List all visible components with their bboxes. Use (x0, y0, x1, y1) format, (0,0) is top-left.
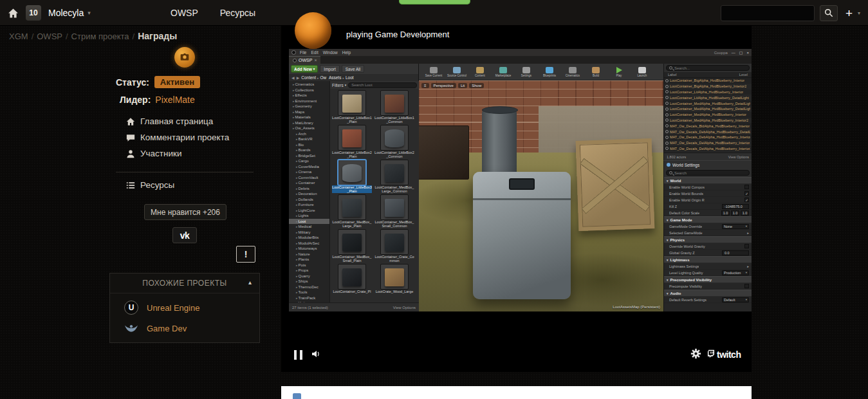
folder-item[interactable]: ▸LightCore (289, 208, 329, 214)
details-search-input[interactable]: Search (666, 170, 750, 176)
sidebar-link-home[interactable]: Главная страница (126, 116, 229, 126)
asset-item[interactable]: LootContainer_MedBox_Small_Plain (331, 229, 373, 263)
viewport-chip[interactable]: Lit (458, 83, 467, 88)
outliner-search-input[interactable]: Search... (666, 65, 750, 71)
editor-menu-item[interactable]: Window (323, 50, 338, 55)
toolbar-market-button[interactable]: Marketplace (492, 67, 514, 77)
world-settings-tab[interactable]: World Settings (664, 161, 752, 169)
folder-item[interactable]: ▸Dollands (289, 197, 329, 203)
add-button[interactable]: + (845, 7, 853, 19)
folder-item[interactable]: ▸Loot (289, 219, 329, 225)
details-section-header[interactable]: ▾Lightmass (664, 256, 752, 263)
volume-button[interactable] (311, 349, 321, 361)
twitch-logo[interactable]: twitch (707, 349, 741, 360)
dropdown[interactable]: Production▾ (722, 270, 749, 275)
folder-item[interactable]: ▸Ow_Assets (289, 125, 329, 131)
folder-item[interactable]: ▸ModularBits (289, 235, 329, 241)
site-logo[interactable]: 10 (26, 5, 41, 21)
dropdown[interactable]: None▾ (722, 224, 749, 229)
folder-item[interactable]: ▸Cargo (289, 158, 329, 164)
folder-item[interactable]: ▸Pots (289, 263, 329, 268)
folder-item[interactable]: ▸Nature (289, 252, 329, 257)
folder-item[interactable]: ▸CommVault (289, 175, 329, 181)
folder-item[interactable]: ▸Materials (289, 115, 329, 120)
folder-item[interactable]: ▸Bio (289, 142, 329, 148)
outliner-row[interactable]: LootContainer_BigAlpha_HvdBlueberry_Inte… (664, 78, 752, 84)
folder-item[interactable]: ▸Boards (289, 147, 329, 153)
asset-item[interactable]: LootContainer_MedBox_Large_Common (374, 160, 415, 193)
folder-item[interactable]: ▸Furniture (289, 202, 329, 208)
toolbar-launch-button[interactable]: Launch (631, 67, 653, 77)
award-icon[interactable] (174, 47, 195, 68)
save-all-button[interactable]: Save All (342, 65, 365, 73)
path-segment[interactable]: Ow_Assets (320, 75, 342, 80)
folder-item[interactable]: ▸Quarry (289, 274, 329, 279)
folder-item[interactable]: ▸Cinema (289, 169, 329, 175)
details-section-header[interactable]: ▾Precomputed Visibility (664, 276, 752, 283)
toolbar-cine-button[interactable]: Cinematics (562, 67, 584, 77)
home-button[interactable] (8, 8, 19, 19)
folder-item[interactable]: ▸TrainPack (289, 295, 329, 301)
cb-search-input[interactable]: Search Loot (348, 82, 417, 88)
editor-tab-owsp[interactable]: OWSP × (289, 56, 320, 64)
asset-item[interactable]: LootContainer_LittleBox1_Plain (331, 90, 373, 124)
editor-menu-item[interactable]: File (300, 50, 306, 55)
outliner-row[interactable]: MAT_Ow_Decals_DebAlpha_HvdBlueberry_Inte… (664, 135, 752, 140)
asset-item[interactable]: LootContainer_Crate_Common (374, 229, 415, 263)
details-section-header[interactable]: ▾Physics (664, 236, 752, 243)
checkbox[interactable] (744, 244, 749, 248)
outliner-row[interactable]: LootContainer_MedAlpha_HvdBlueberry_Inte… (664, 118, 752, 124)
asset-item[interactable]: LootContainer_MedBox_Small_Common (374, 194, 415, 228)
similar-projects-header[interactable]: ПОХОЖИЕ ПРОЕКТЫ ▴ (110, 274, 259, 293)
viewport[interactable]: ≡PerspectiveLitShow LootAssetsMap (Persi… (419, 80, 663, 311)
outliner-view-options[interactable]: View Options (728, 155, 749, 159)
folder-item[interactable]: ▸Cinematics (289, 82, 329, 88)
outliner-row[interactable]: LootContainer_MedAlpha_HvdBlueberry_Deta… (664, 100, 752, 106)
topbar-nav-item[interactable]: Ресурсы (220, 8, 255, 18)
folder-item[interactable]: ▸Arch (289, 131, 329, 137)
toolbar-source-button[interactable]: Source Control (446, 67, 468, 77)
cb-view-options[interactable]: View Options (393, 306, 416, 310)
folder-item[interactable]: ▸Plants (289, 257, 329, 263)
outliner-row[interactable]: MAT_Ow_Decals_DelAlpha_HvdBlueberry_Inte… (664, 146, 752, 152)
topbar-nav-item[interactable]: OWSP (171, 8, 198, 18)
folder-item[interactable]: ▸Container (289, 180, 329, 186)
user-menu[interactable]: Molecyla ▾ (48, 8, 91, 18)
asset-item[interactable]: LootContainer_Crate_Plain (331, 264, 373, 293)
folder-item[interactable]: ▸Tools (289, 290, 329, 295)
asset-item[interactable]: LootContainer_LittleBox1_Common (374, 90, 415, 124)
details-section-header[interactable]: ▾World (664, 177, 752, 184)
sidebar-link-comment[interactable]: Комментарии проекта (126, 133, 229, 142)
folder-item[interactable]: ▸Props (289, 268, 329, 274)
folder-item[interactable]: ▸BridgeSet (289, 153, 329, 159)
folder-item[interactable]: ▸Environment (289, 98, 329, 104)
vector-field[interactable]: 1.0 (731, 210, 739, 216)
checkbox[interactable]: ✓ (744, 198, 749, 202)
folder-item[interactable]: ▸BankVR (289, 136, 329, 142)
maximize-icon[interactable]: ▢ (739, 50, 743, 55)
toolbar-settings-button[interactable]: Settings (515, 67, 537, 77)
outliner-row[interactable]: LootContainer_MedAlpha_HvdBlueberry_Deta… (664, 106, 752, 112)
outliner-row[interactable]: MAT_Ow_Decals_BldAlpha_HvdBlueberry_Inte… (664, 123, 752, 129)
breadcrumb-link[interactable]: XGM (9, 32, 28, 41)
checkbox[interactable] (744, 284, 749, 288)
similar-project-item[interactable]: UUnreal Engine (110, 297, 259, 318)
folder-item[interactable]: ▸ThermoDec (289, 284, 329, 290)
checkbox[interactable]: ✓ (744, 191, 749, 196)
outliner-row[interactable]: LootContainer_LitAlpha_HvdBlueberry_Inte… (664, 89, 752, 95)
forward-icon[interactable]: ▶ (297, 75, 300, 80)
folder-item[interactable]: ▸Lights (289, 213, 329, 219)
folder-item[interactable]: ▸Maps (289, 109, 329, 115)
sidebar-link-resources[interactable]: Ресурсы (126, 180, 174, 190)
toolbar-save-button[interactable]: Save Current (423, 67, 445, 77)
expand-arrow-icon[interactable]: ▸ (747, 231, 749, 235)
outliner-row[interactable]: LootContainer_BigAlpha_HvdBlueberry_Inte… (664, 84, 752, 89)
path-segment[interactable]: Content (301, 75, 316, 80)
outliner-row[interactable]: MAT_Ow_Decals_DelAlpha_HvdBlueberry_Inte… (664, 140, 752, 146)
folder-item[interactable]: ▸ModulArSec (289, 241, 329, 246)
path-segment[interactable]: Loot (346, 75, 354, 80)
import-button[interactable]: Import (320, 65, 339, 73)
search-button[interactable] (820, 5, 838, 21)
vector-field[interactable]: 1.0 (741, 210, 749, 216)
breadcrumb-link[interactable]: OWSP (37, 32, 62, 41)
